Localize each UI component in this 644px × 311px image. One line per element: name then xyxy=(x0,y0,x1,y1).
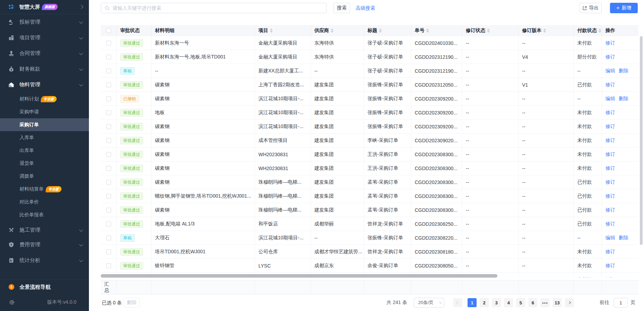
sidebar-item-材料结算单[interactable]: 材料结算单专业版 xyxy=(0,183,89,196)
row-checkbox[interactable] xyxy=(106,263,111,268)
sidebar-item-合同管理[interactable]: 合同管理 xyxy=(0,46,89,61)
page-button-4[interactable]: 4 xyxy=(504,298,513,307)
project-cell: WH20230831 xyxy=(255,147,311,161)
revise-link[interactable]: 修订 xyxy=(605,110,615,116)
sidebar-item-投标管理[interactable]: 投标管理 xyxy=(0,14,89,30)
row-checkbox[interactable] xyxy=(106,208,111,213)
sidebar-item-退货单[interactable]: 退货单 xyxy=(0,157,89,170)
select-all-checkbox[interactable] xyxy=(106,28,111,33)
row-checkbox[interactable] xyxy=(106,194,111,199)
sidebar-item-费用管理[interactable]: 费用管理 xyxy=(0,237,89,253)
row-checkbox[interactable] xyxy=(106,69,111,73)
revise-link[interactable]: 修订 xyxy=(605,54,615,60)
column-header-项目[interactable]: 项目 xyxy=(255,25,311,36)
row-checkbox[interactable] xyxy=(106,236,111,240)
column-header-标题[interactable]: 标题 xyxy=(364,25,411,36)
delete-link[interactable]: 删除 xyxy=(619,68,628,74)
edit-link[interactable]: 编辑 xyxy=(605,96,615,102)
revise-link[interactable]: 修订 xyxy=(605,40,615,46)
revise-link[interactable]: 修订 xyxy=(605,151,615,158)
revise-link[interactable]: 修订 xyxy=(605,277,615,278)
add-button[interactable]: + 新增 xyxy=(610,3,638,13)
advanced-search-link[interactable]: 高级搜索 xyxy=(356,5,375,11)
approval-status-cell: 审批通过 xyxy=(117,189,151,203)
sidebar-item-对比单价[interactable]: 对比单价 xyxy=(0,196,89,208)
page-button-13[interactable]: 13 xyxy=(553,298,562,307)
delete-link[interactable]: 删除 xyxy=(619,96,628,102)
page-size-select[interactable]: 20条/页 xyxy=(414,298,444,308)
sort-caret-icon xyxy=(487,29,490,33)
sidebar-item-出库单[interactable]: 出库单 xyxy=(0,144,89,157)
revise-link[interactable]: 修订 xyxy=(605,123,615,130)
row-checkbox[interactable] xyxy=(106,55,111,59)
column-header-供应商[interactable]: 供应商 xyxy=(311,25,364,36)
next-page-button[interactable] xyxy=(565,298,574,307)
sidebar-item-物料管理[interactable]: 物料管理 xyxy=(0,77,89,93)
gear-icon[interactable] xyxy=(9,300,15,305)
row-checkbox[interactable] xyxy=(106,82,111,87)
sidebar-item-财务账款[interactable]: 财务账款 xyxy=(0,61,89,77)
row-checkbox[interactable] xyxy=(106,96,111,101)
vertical-scrollbar[interactable] xyxy=(640,36,643,245)
column-header-单号[interactable]: 单号 xyxy=(411,25,462,36)
chevron-down-icon xyxy=(79,51,83,55)
revise-link[interactable]: 修订 xyxy=(605,179,615,185)
revise-link[interactable]: 修订 xyxy=(605,263,615,269)
edit-link[interactable]: 编辑 xyxy=(605,68,615,74)
row-checkbox[interactable] xyxy=(106,152,111,157)
revise-link[interactable]: 修订 xyxy=(605,137,615,144)
page-button-3[interactable]: 3 xyxy=(492,298,501,307)
row-checkbox[interactable] xyxy=(106,249,111,254)
sidebar-item-施工管理[interactable]: 施工管理 xyxy=(0,221,89,237)
column-header-修订状态[interactable]: 修订状态 xyxy=(462,25,519,36)
sidebar-item-采购申请[interactable]: 采购申请 xyxy=(0,105,89,118)
search-input[interactable] xyxy=(113,5,323,11)
revise-link[interactable]: 修订 xyxy=(605,82,615,88)
horizontal-scrollbar[interactable] xyxy=(101,274,497,278)
page-button-2[interactable]: 2 xyxy=(480,298,489,307)
page-button-5[interactable]: 5 xyxy=(516,298,525,307)
sidebar-item-材料计划[interactable]: 材料计划专业版 xyxy=(0,93,89,105)
column-header-修订版本[interactable]: 修订版本 xyxy=(519,25,574,36)
revise-link[interactable]: 修订 xyxy=(605,221,615,227)
sidebar-item-比价单报表[interactable]: 比价单报表 xyxy=(0,208,89,221)
sidebar-subitem-label: 退货单 xyxy=(19,160,34,167)
approval-status-cell: 审批通过 xyxy=(117,50,151,64)
prev-page-button[interactable] xyxy=(453,298,462,307)
sidebar-item-项目管理[interactable]: 项目管理 xyxy=(0,30,89,46)
more-pages-button[interactable]: ••• xyxy=(540,298,550,307)
export-button[interactable]: 导出 xyxy=(579,3,602,13)
sidebar-submenu: 材料计划专业版采购申请采购订单入库单出库单退货单调拨单材料结算单专业版对比单价比… xyxy=(0,93,89,221)
sidebar-item-统计分析[interactable]: 统计分析 xyxy=(0,253,89,268)
delete-link[interactable]: 删除 xyxy=(619,235,628,241)
page-button-6[interactable]: 6 xyxy=(528,298,537,307)
row-checkbox[interactable] xyxy=(106,124,111,129)
chevron-down-icon xyxy=(79,19,83,23)
revise-link[interactable]: 修订 xyxy=(605,207,615,213)
edit-link[interactable]: 编辑 xyxy=(605,235,615,241)
row-checkbox[interactable] xyxy=(106,41,111,46)
operations-cell: 修订 xyxy=(602,161,638,175)
sidebar-item-入库单[interactable]: 入库单 xyxy=(0,131,89,144)
sidebar-item-调拨单[interactable]: 调拨单 xyxy=(0,170,89,183)
row-checkbox[interactable] xyxy=(106,222,111,226)
delete-selected-button[interactable]: 删除 xyxy=(124,298,140,308)
revise-link[interactable]: 修订 xyxy=(605,249,615,255)
sidebar-item-采购订单[interactable]: 采购订单 xyxy=(0,118,89,131)
row-checkbox[interactable] xyxy=(106,110,111,115)
row-checkbox[interactable] xyxy=(106,166,111,171)
sidebar-item-dashboard[interactable]: 智慧大屏 旗舰版 xyxy=(0,0,89,14)
search-button[interactable]: 搜索 xyxy=(333,3,350,13)
row-checkbox[interactable] xyxy=(106,180,111,185)
status-badge: 审批通过 xyxy=(120,39,143,47)
revise-link[interactable]: 修订 xyxy=(605,193,615,199)
payment-status-cell: 已付款 xyxy=(574,189,602,203)
column-header-付款状态[interactable]: 付款状态 xyxy=(574,25,602,36)
goto-page-input[interactable] xyxy=(614,298,628,308)
sidebar-item-panorama-nav[interactable]: 全景流程导航 xyxy=(0,280,89,294)
page-button-1[interactable]: 1 xyxy=(468,298,477,307)
revise-link[interactable]: 修订 xyxy=(605,165,615,172)
row-checkbox-cell xyxy=(101,134,117,147)
title-cell: 余俊-采购订单 xyxy=(364,259,411,272)
row-checkbox[interactable] xyxy=(106,138,111,143)
